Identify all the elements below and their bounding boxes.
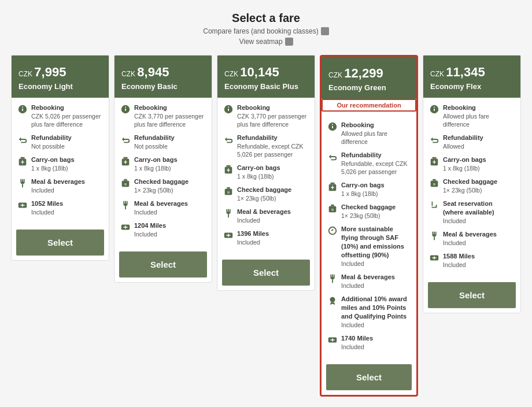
feature-title: Rebooking bbox=[31, 103, 103, 112]
meal-icon bbox=[17, 178, 28, 188]
fare-name: Economy Basic Plus bbox=[224, 82, 308, 91]
feature-text: RebookingCZK 5,026 per passenger plus fa… bbox=[31, 103, 103, 128]
meal-icon bbox=[327, 273, 338, 284]
award-icon bbox=[327, 295, 338, 306]
feature-desc: Included bbox=[31, 208, 63, 216]
miles-icon bbox=[120, 222, 131, 232]
select-button-economy-green[interactable]: Select bbox=[326, 364, 412, 390]
card-footer-economy-light: Select bbox=[12, 225, 109, 260]
feature-text: Checked baggage1× 23kg (50lb) bbox=[443, 177, 497, 194]
feature-text: RefundabilityRefundable, except CZK 5,02… bbox=[237, 134, 309, 158]
feature-text: RebookingAllowed plus fare difference bbox=[341, 121, 411, 146]
feature-text: 1740 MilesIncluded bbox=[341, 334, 373, 351]
select-button-economy-flex[interactable]: Select bbox=[428, 282, 516, 308]
card-footer-economy-flex: Select bbox=[423, 278, 520, 313]
seatmap-link[interactable]: View seatmap bbox=[203, 38, 328, 46]
fare-name: Economy Light bbox=[19, 82, 102, 91]
card-footer-economy-basic-plus: Select bbox=[217, 255, 315, 290]
feature-item: 1052 MilesIncluded bbox=[17, 199, 103, 216]
fare-name: Economy Flex bbox=[430, 82, 513, 91]
card-body-economy-flex: RebookingAllowed plus fare differenceRef… bbox=[423, 98, 520, 278]
feature-text: RefundabilityNot possible bbox=[31, 134, 72, 150]
feature-desc: Included bbox=[443, 261, 475, 269]
feature-title: 1052 Miles bbox=[31, 199, 63, 208]
feature-desc: Not possible bbox=[134, 142, 175, 150]
feature-item: RebookingCZK 3,770 per passenger plus fa… bbox=[120, 103, 206, 128]
feature-item: Meal & beveragesIncluded bbox=[223, 208, 309, 224]
miles-icon bbox=[17, 200, 28, 210]
feature-item: 1740 MilesIncluded bbox=[327, 334, 411, 351]
checked-icon bbox=[120, 178, 131, 188]
svg-rect-17 bbox=[330, 183, 334, 184]
page-title: Select a fare bbox=[203, 12, 328, 25]
feature-text: Meal & beveragesIncluded bbox=[341, 273, 395, 290]
feature-desc: 1 x 8kg (18lb) bbox=[443, 164, 486, 172]
feature-desc: 1× 23kg (50lb) bbox=[341, 212, 396, 220]
miles-icon bbox=[327, 335, 338, 345]
bag-icon bbox=[120, 156, 131, 166]
feature-title: Carry-on bags bbox=[134, 156, 178, 164]
feature-desc: CZK 3,770 per passenger plus fare differ… bbox=[237, 112, 309, 128]
feature-item: More sustainable flying through SAF (10%… bbox=[327, 225, 411, 268]
recommendation-badge: Our recommendation bbox=[322, 99, 416, 112]
feature-desc: 1 x 8kg (18lb) bbox=[237, 172, 280, 180]
feature-desc: Included bbox=[341, 343, 373, 351]
meal-icon bbox=[223, 208, 234, 219]
feature-title: Rebooking bbox=[443, 103, 515, 112]
feature-text: RebookingCZK 3,770 per passenger plus fa… bbox=[237, 103, 309, 128]
feature-title: Meal & beverages bbox=[134, 199, 188, 208]
feature-item: Seat reservation (where available)Includ… bbox=[429, 199, 515, 225]
svg-rect-24 bbox=[432, 157, 436, 159]
feature-item: Carry-on bags1 x 8kg (18lb) bbox=[223, 164, 309, 180]
select-button-economy-light[interactable]: Select bbox=[16, 230, 104, 256]
feature-item: 1588 MilesIncluded bbox=[429, 252, 515, 269]
feature-text: More sustainable flying through SAF (10%… bbox=[341, 225, 411, 268]
feature-title: Refundability bbox=[443, 134, 483, 142]
feature-title: Meal & beverages bbox=[443, 230, 497, 239]
card-header-economy-basic-plus: CZK 10,145Economy Basic Plus bbox=[217, 56, 315, 98]
feature-text: Carry-on bags1 x 8kg (18lb) bbox=[237, 164, 280, 180]
feature-desc: Included bbox=[341, 260, 411, 268]
feature-item: 1204 MilesIncluded bbox=[120, 221, 206, 238]
feature-item: 1396 MilesIncluded bbox=[223, 230, 309, 246]
feature-desc: 1 x 8kg (18lb) bbox=[134, 164, 178, 172]
select-button-economy-basic-plus[interactable]: Select bbox=[222, 260, 310, 286]
checked-icon bbox=[429, 178, 439, 188]
feature-desc: Allowed bbox=[443, 142, 483, 150]
feature-text: RebookingAllowed plus fare difference bbox=[443, 103, 515, 128]
feature-text: Meal & beveragesIncluded bbox=[237, 208, 291, 224]
card-body-economy-green: RebookingAllowed plus fare differenceRef… bbox=[322, 115, 416, 360]
feature-item: RefundabilityNot possible bbox=[17, 134, 103, 150]
card-body-economy-basic: RebookingCZK 3,770 per passenger plus fa… bbox=[114, 98, 212, 247]
feature-desc: 1 x 8kg (18lb) bbox=[341, 190, 385, 198]
feature-item: RefundabilityAllowed bbox=[429, 134, 515, 150]
card-header-economy-flex: CZK 11,345Economy Flex bbox=[423, 56, 520, 98]
feature-desc: 1× 23kg (50lb) bbox=[237, 194, 291, 202]
feature-text: Meal & beveragesIncluded bbox=[443, 230, 497, 247]
feature-item: Carry-on bags1 x 8kg (18lb) bbox=[429, 156, 515, 172]
meal-icon bbox=[120, 200, 131, 210]
feature-item: Checked baggage1× 23kg (50lb) bbox=[327, 203, 411, 220]
feature-desc: Not possible bbox=[31, 142, 72, 150]
select-button-economy-basic[interactable]: Select bbox=[119, 251, 207, 278]
card-footer-economy-green: Select bbox=[322, 360, 416, 395]
feature-desc: Refundable, except CZK 5,026 per passeng… bbox=[341, 160, 411, 176]
fare-card-economy-green: CZK 12,299Economy GreenOur recommendatio… bbox=[320, 55, 418, 397]
feature-desc: 1× 23kg (50lb) bbox=[443, 186, 497, 194]
feature-title: Rebooking bbox=[237, 103, 309, 112]
feature-title: 1588 Miles bbox=[443, 252, 475, 261]
page-header: Select a fare Compare fares (and booking… bbox=[203, 12, 328, 46]
card-price: CZK 7,995 bbox=[19, 65, 102, 80]
feature-desc: 1× 23kg (50lb) bbox=[134, 186, 189, 194]
feature-item: Meal & beveragesIncluded bbox=[17, 177, 103, 194]
feature-title: Carry-on bags bbox=[443, 156, 486, 164]
card-header-economy-basic: CZK 8,945Economy Basic bbox=[114, 56, 212, 98]
svg-rect-0 bbox=[20, 157, 24, 159]
feature-title: Rebooking bbox=[134, 103, 206, 112]
feature-text: Meal & beveragesIncluded bbox=[31, 177, 85, 194]
feature-title: Refundability bbox=[341, 151, 411, 160]
feature-title: Meal & beverages bbox=[237, 208, 291, 216]
feature-title: Seat reservation (where available) bbox=[443, 199, 515, 217]
feature-desc: Refundable, except CZK 5,026 per passeng… bbox=[237, 142, 309, 158]
miles-icon bbox=[429, 253, 439, 263]
